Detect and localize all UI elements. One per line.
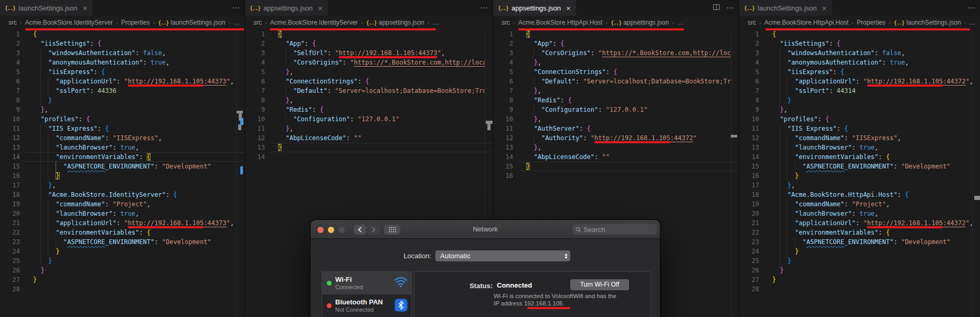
breadcrumb-separator-icon: ›	[265, 19, 267, 26]
tab-launchsettings-identityserver[interactable]: {..}launchSettings.json×	[0, 0, 93, 16]
location-dropdown[interactable]: Automatic	[435, 250, 570, 261]
breadcrumb-item[interactable]: Acme.BookStore.HttpApi.Host	[764, 19, 849, 26]
line-number: 8	[739, 96, 759, 105]
code-line: 13 "launchBrowser": true,	[0, 143, 237, 152]
breadcrumb-item[interactable]: Acme.BookStore.IdentityServer	[270, 19, 358, 26]
close-icon[interactable]: ×	[566, 4, 571, 13]
code-line: 20 "launchBrowser": true,	[739, 209, 973, 218]
wifi-icon	[394, 276, 408, 290]
line-number: 2	[245, 39, 265, 48]
tab-label: appsettings.json	[263, 4, 313, 12]
breadcrumb-item[interactable]: src	[502, 19, 510, 26]
breadcrumb-item[interactable]: …	[432, 19, 439, 26]
breadcrumb-item[interactable]: Acme.BookStore.IdentityServer	[25, 19, 113, 26]
code-line: 9 "Configuration": "127.0.0.1"	[493, 105, 731, 114]
line-number: 9	[739, 105, 759, 114]
code-line: 10 "Configuration": "127.0.0.1"	[245, 114, 485, 124]
more-actions-icon[interactable]: ⋯	[726, 3, 734, 13]
line-number: 3	[739, 48, 759, 58]
close-icon[interactable]: ×	[83, 4, 88, 13]
line-number: 18	[0, 190, 20, 199]
editor-actions: ⋯	[232, 0, 240, 16]
code-line: 8 }	[0, 96, 237, 105]
breadcrumb-item[interactable]: {..}appsettings.json	[366, 19, 424, 26]
close-icon[interactable]: ×	[318, 4, 323, 13]
ip-red-underline-annotation	[527, 307, 570, 309]
breadcrumb-separator-icon: ›	[361, 19, 363, 26]
code-area[interactable]: 1{2 "iisSettings": {3 "windowsAuthentica…	[739, 29, 973, 317]
more-actions-icon[interactable]: ⋯	[967, 3, 976, 13]
line-number: 1	[245, 29, 265, 39]
breadcrumb-red-underline-annotation	[765, 28, 970, 30]
line-number: 11	[0, 124, 20, 133]
json-file-icon: {..}	[250, 5, 260, 11]
line-number: 1	[739, 29, 759, 39]
line-number: 8	[245, 96, 265, 105]
code-area[interactable]: 1{2 "iisSettings": {3 "windowsAuthentica…	[0, 29, 237, 317]
line-number: 15	[493, 162, 513, 171]
tab-label: launchSettings.json	[758, 4, 817, 12]
breadcrumb-item[interactable]: Properties	[857, 19, 886, 26]
connection-row-wi-fi[interactable]: Wi-FiConnected	[322, 272, 411, 294]
status-panel: Status: Connected Turn Wi-Fi Off Wi-Fi i…	[414, 271, 651, 317]
code-line: 15 "ASPNETCORE_ENVIRONMENT": "Developmen…	[0, 162, 237, 171]
line-number: 8	[0, 96, 20, 105]
line-number: 4	[0, 58, 20, 67]
breadcrumb-item[interactable]: Acme.BookStore.HttpApi.Host	[518, 19, 603, 26]
code-line: 6 "ConnectionStrings": {	[245, 77, 485, 86]
tab-bar: {..}appsettings.json×⋯	[245, 0, 493, 16]
close-icon[interactable]: ×	[822, 4, 827, 13]
code-line: 4 "CorsOrigins": "https://*.BookStore.co…	[245, 58, 485, 67]
line-number: 15	[0, 162, 20, 171]
breadcrumb-item[interactable]: …	[233, 19, 240, 26]
code-line: 3 "SelfUrl": "http://192.168.1.105:44373…	[245, 48, 485, 58]
code-line: 6 "Default": "Server=localhost;Database=…	[493, 77, 731, 86]
line-number: 17	[0, 181, 20, 190]
dialog-titlebar[interactable]: Network Search	[311, 220, 660, 239]
tab-appsettings-identityserver[interactable]: {..}appsettings.json×	[245, 0, 328, 16]
tab-launchsettings-httpapihost[interactable]: {..}launchSettings.json×	[739, 0, 832, 16]
split-editor-icon[interactable]	[713, 3, 720, 13]
status-value: Connected	[497, 281, 532, 289]
breadcrumb-separator-icon: ›	[153, 19, 155, 26]
breadcrumb-item[interactable]: …	[677, 19, 684, 26]
breadcrumb-item[interactable]: Properties	[121, 19, 150, 26]
breadcrumb-red-underline-annotation	[25, 28, 244, 30]
tab-appsettings-httpapihost[interactable]: {..}appsettings.json×	[493, 0, 576, 16]
code-line: 14	[245, 152, 485, 162]
breadcrumb-separator-icon: ›	[889, 19, 891, 26]
code-line: 23 "ASPNETCORE_ENVIRONMENT": "Developmen…	[739, 237, 973, 247]
breadcrumb-item[interactable]: {..}launchSettings.json	[158, 19, 225, 26]
breadcrumb-separator-icon: ›	[759, 19, 761, 26]
breadcrumb-item[interactable]: src	[253, 19, 262, 26]
tab-label: appsettings.json	[512, 4, 561, 12]
more-actions-icon[interactable]: ⋯	[232, 3, 240, 13]
line-number: 7	[245, 86, 265, 96]
code-line: 19 "commandName": "Project",	[0, 199, 237, 209]
more-actions-icon[interactable]: ⋯	[480, 3, 488, 13]
line-number: 4	[739, 58, 759, 67]
code-line: 1{	[739, 29, 973, 39]
breadcrumb: src›Acme.BookStore.IdentityServer›{..}ap…	[245, 16, 493, 29]
breadcrumb-item[interactable]: src	[8, 19, 17, 26]
bluetooth-icon	[395, 299, 408, 314]
breadcrumb-item[interactable]: src	[748, 19, 756, 26]
status-dot	[327, 281, 332, 286]
breadcrumb-item[interactable]: {..}appsettings.json	[611, 19, 669, 26]
line-number: 1	[493, 29, 513, 39]
turn-wifi-off-button[interactable]: Turn Wi-Fi Off	[570, 279, 629, 290]
code-line: 15}	[493, 162, 731, 171]
ip-address: 192.168.1.105.	[524, 300, 564, 307]
search-input[interactable]: Search	[572, 224, 657, 235]
line-number: 20	[739, 209, 759, 218]
code-line: 17 },	[739, 181, 973, 190]
breadcrumb-separator-icon: ›	[428, 19, 430, 26]
code-line: 24 }	[0, 247, 237, 256]
code-line: 1{	[493, 29, 731, 39]
breadcrumb-item[interactable]: …	[969, 19, 975, 26]
code-line: 14 "AbpLicenseCode": ""	[493, 152, 731, 162]
breadcrumb-item[interactable]: {..}launchSettings.json	[893, 19, 961, 26]
breadcrumb-separator-icon: ›	[851, 19, 854, 26]
connection-row-bluetooth-pan[interactable]: Bluetooth PANNot Connected	[322, 294, 411, 317]
line-number: 5	[493, 67, 513, 77]
